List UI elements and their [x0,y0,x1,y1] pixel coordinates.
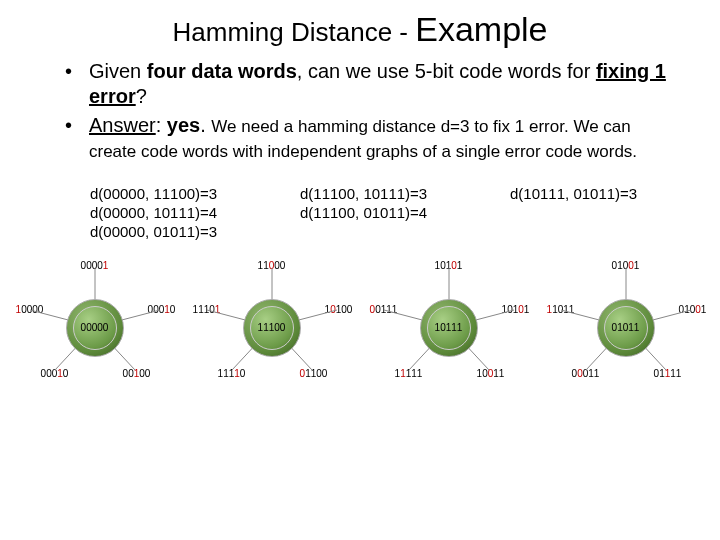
graph-1: 111001100010100011001111011101 [187,260,357,395]
distance-col-1: d(00000, 11100)=3 d(00000, 10111)=4 d(00… [90,185,260,242]
title-emphasis: Example [415,10,547,48]
bullet-list: Given four data words, can we use 5-bit … [0,59,720,163]
graph-3: 010110100101001011110001111011 [541,260,711,395]
slide-title: Hamming Distance - Example [0,10,720,49]
title-prefix: Hamming Distance - [172,17,415,47]
graph-center: 01011 [604,306,648,350]
distance-col-3: d(10111, 01011)=3 [510,185,680,242]
graph-center: 11100 [250,306,294,350]
bullet-2: Answer: yes. We need a hamming distance … [65,113,670,163]
graph-center: 00000 [73,306,117,350]
graph-2: 101111010110101100111111100111 [364,260,534,395]
bullet-1: Given four data words, can we use 5-bit … [65,59,670,109]
distance-calculations: d(00000, 11100)=3 d(00000, 10111)=4 d(00… [0,167,720,242]
graph-center: 10111 [427,306,471,350]
distance-col-2: d(11100, 10111)=3 d(11100, 01011)=4 [300,185,470,242]
graph-0: 000000000100010001000001010000 [10,260,180,395]
code-word-graphs: 0000000001000100010000010100001110011000… [0,242,720,395]
